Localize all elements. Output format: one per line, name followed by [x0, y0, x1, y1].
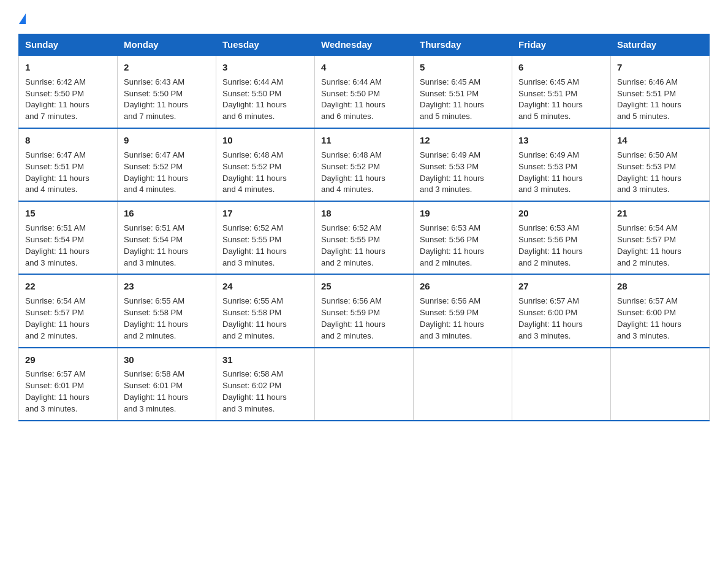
calendar-header: SundayMondayTuesdayWednesdayThursdayFrid… [19, 34, 710, 56]
day-info: Sunrise: 6:45 AMSunset: 5:51 PMDaylight:… [518, 77, 583, 121]
day-number: 19 [420, 207, 506, 220]
day-number: 10 [222, 134, 308, 147]
day-number: 14 [617, 134, 703, 147]
day-number: 4 [321, 61, 407, 74]
calendar-cell: 18Sunrise: 6:52 AMSunset: 5:55 PMDayligh… [315, 201, 414, 274]
day-number: 15 [25, 207, 111, 220]
day-info: Sunrise: 6:54 AMSunset: 5:57 PMDaylight:… [25, 296, 89, 340]
calendar-cell [611, 348, 710, 421]
day-number: 7 [617, 61, 703, 74]
day-number: 16 [124, 207, 210, 220]
day-number: 6 [518, 61, 604, 74]
day-number: 12 [420, 134, 506, 147]
week-row-5: 29Sunrise: 6:57 AMSunset: 6:01 PMDayligh… [19, 348, 710, 421]
calendar-cell: 28Sunrise: 6:57 AMSunset: 6:00 PMDayligh… [611, 274, 710, 347]
calendar-cell [414, 348, 512, 421]
day-number: 13 [518, 134, 604, 147]
day-number: 2 [124, 61, 210, 74]
week-row-1: 1Sunrise: 6:42 AMSunset: 5:50 PMDaylight… [19, 55, 710, 128]
day-info: Sunrise: 6:52 AMSunset: 5:55 PMDaylight:… [222, 223, 287, 267]
calendar-cell: 16Sunrise: 6:51 AMSunset: 5:54 PMDayligh… [118, 201, 216, 274]
page-header [18, 12, 710, 23]
day-number: 28 [617, 280, 703, 293]
day-number: 8 [25, 134, 111, 147]
week-row-3: 15Sunrise: 6:51 AMSunset: 5:54 PMDayligh… [19, 201, 710, 274]
logo [18, 12, 26, 23]
header-cell-thursday: Thursday [414, 34, 512, 56]
day-info: Sunrise: 6:43 AMSunset: 5:50 PMDaylight:… [124, 77, 188, 121]
day-info: Sunrise: 6:53 AMSunset: 5:56 PMDaylight:… [420, 223, 484, 267]
day-number: 22 [25, 280, 111, 293]
day-number: 27 [518, 280, 604, 293]
calendar-cell: 6Sunrise: 6:45 AMSunset: 5:51 PMDaylight… [512, 55, 611, 128]
header-cell-monday: Monday [118, 34, 216, 56]
calendar-cell [315, 348, 414, 421]
day-info: Sunrise: 6:52 AMSunset: 5:55 PMDaylight:… [321, 223, 385, 267]
day-number: 23 [124, 280, 210, 293]
calendar-table: SundayMondayTuesdayWednesdayThursdayFrid… [18, 34, 710, 421]
day-info: Sunrise: 6:58 AMSunset: 6:02 PMDaylight:… [222, 369, 287, 413]
calendar-cell [512, 348, 611, 421]
calendar-cell: 13Sunrise: 6:49 AMSunset: 5:53 PMDayligh… [512, 128, 611, 201]
day-info: Sunrise: 6:50 AMSunset: 5:53 PMDaylight:… [617, 150, 681, 194]
day-info: Sunrise: 6:44 AMSunset: 5:50 PMDaylight:… [222, 77, 287, 121]
day-number: 11 [321, 134, 407, 147]
day-info: Sunrise: 6:54 AMSunset: 5:57 PMDaylight:… [617, 223, 681, 267]
header-cell-sunday: Sunday [19, 34, 118, 56]
calendar-cell: 4Sunrise: 6:44 AMSunset: 5:50 PMDaylight… [315, 55, 414, 128]
calendar-cell: 5Sunrise: 6:45 AMSunset: 5:51 PMDaylight… [414, 55, 512, 128]
calendar-cell: 9Sunrise: 6:47 AMSunset: 5:52 PMDaylight… [118, 128, 216, 201]
day-info: Sunrise: 6:57 AMSunset: 6:01 PMDaylight:… [25, 369, 89, 413]
calendar-body: 1Sunrise: 6:42 AMSunset: 5:50 PMDaylight… [19, 55, 710, 421]
day-info: Sunrise: 6:58 AMSunset: 6:01 PMDaylight:… [124, 369, 188, 413]
day-info: Sunrise: 6:57 AMSunset: 6:00 PMDaylight:… [518, 296, 583, 340]
day-number: 31 [222, 353, 308, 367]
day-info: Sunrise: 6:47 AMSunset: 5:51 PMDaylight:… [25, 150, 89, 194]
day-info: Sunrise: 6:42 AMSunset: 5:50 PMDaylight:… [25, 77, 89, 121]
calendar-cell: 30Sunrise: 6:58 AMSunset: 6:01 PMDayligh… [118, 348, 216, 421]
day-info: Sunrise: 6:49 AMSunset: 5:53 PMDaylight:… [420, 150, 484, 194]
day-info: Sunrise: 6:51 AMSunset: 5:54 PMDaylight:… [25, 223, 89, 267]
calendar-cell: 29Sunrise: 6:57 AMSunset: 6:01 PMDayligh… [19, 348, 118, 421]
day-number: 3 [222, 61, 308, 74]
calendar-cell: 8Sunrise: 6:47 AMSunset: 5:51 PMDaylight… [19, 128, 118, 201]
day-info: Sunrise: 6:56 AMSunset: 5:59 PMDaylight:… [321, 296, 385, 340]
calendar-cell: 22Sunrise: 6:54 AMSunset: 5:57 PMDayligh… [19, 274, 118, 347]
day-number: 26 [420, 280, 506, 293]
day-number: 1 [25, 61, 111, 74]
calendar-cell: 14Sunrise: 6:50 AMSunset: 5:53 PMDayligh… [611, 128, 710, 201]
header-row: SundayMondayTuesdayWednesdayThursdayFrid… [19, 34, 710, 56]
day-info: Sunrise: 6:55 AMSunset: 5:58 PMDaylight:… [222, 296, 287, 340]
day-number: 20 [518, 207, 604, 220]
week-row-4: 22Sunrise: 6:54 AMSunset: 5:57 PMDayligh… [19, 274, 710, 347]
calendar-cell: 10Sunrise: 6:48 AMSunset: 5:52 PMDayligh… [216, 128, 315, 201]
calendar-cell: 15Sunrise: 6:51 AMSunset: 5:54 PMDayligh… [19, 201, 118, 274]
calendar-cell: 17Sunrise: 6:52 AMSunset: 5:55 PMDayligh… [216, 201, 315, 274]
header-cell-wednesday: Wednesday [315, 34, 414, 56]
calendar-cell: 26Sunrise: 6:56 AMSunset: 5:59 PMDayligh… [414, 274, 512, 347]
header-cell-tuesday: Tuesday [216, 34, 315, 56]
calendar-cell: 2Sunrise: 6:43 AMSunset: 5:50 PMDaylight… [118, 55, 216, 128]
day-number: 5 [420, 61, 506, 74]
day-info: Sunrise: 6:51 AMSunset: 5:54 PMDaylight:… [124, 223, 188, 267]
day-number: 9 [124, 134, 210, 147]
day-info: Sunrise: 6:49 AMSunset: 5:53 PMDaylight:… [518, 150, 583, 194]
day-info: Sunrise: 6:56 AMSunset: 5:59 PMDaylight:… [420, 296, 484, 340]
day-info: Sunrise: 6:48 AMSunset: 5:52 PMDaylight:… [321, 150, 385, 194]
day-info: Sunrise: 6:55 AMSunset: 5:58 PMDaylight:… [124, 296, 188, 340]
calendar-cell: 21Sunrise: 6:54 AMSunset: 5:57 PMDayligh… [611, 201, 710, 274]
calendar-cell: 12Sunrise: 6:49 AMSunset: 5:53 PMDayligh… [414, 128, 512, 201]
header-cell-saturday: Saturday [611, 34, 710, 56]
logo-arrow-icon [19, 13, 26, 24]
header-cell-friday: Friday [512, 34, 611, 56]
calendar-cell: 1Sunrise: 6:42 AMSunset: 5:50 PMDaylight… [19, 55, 118, 128]
calendar-cell: 31Sunrise: 6:58 AMSunset: 6:02 PMDayligh… [216, 348, 315, 421]
week-row-2: 8Sunrise: 6:47 AMSunset: 5:51 PMDaylight… [19, 128, 710, 201]
day-number: 24 [222, 280, 308, 293]
day-info: Sunrise: 6:44 AMSunset: 5:50 PMDaylight:… [321, 77, 385, 121]
day-number: 18 [321, 207, 407, 220]
calendar-cell: 7Sunrise: 6:46 AMSunset: 5:51 PMDaylight… [611, 55, 710, 128]
day-number: 30 [124, 353, 210, 367]
calendar-cell: 25Sunrise: 6:56 AMSunset: 5:59 PMDayligh… [315, 274, 414, 347]
day-number: 21 [617, 207, 703, 220]
